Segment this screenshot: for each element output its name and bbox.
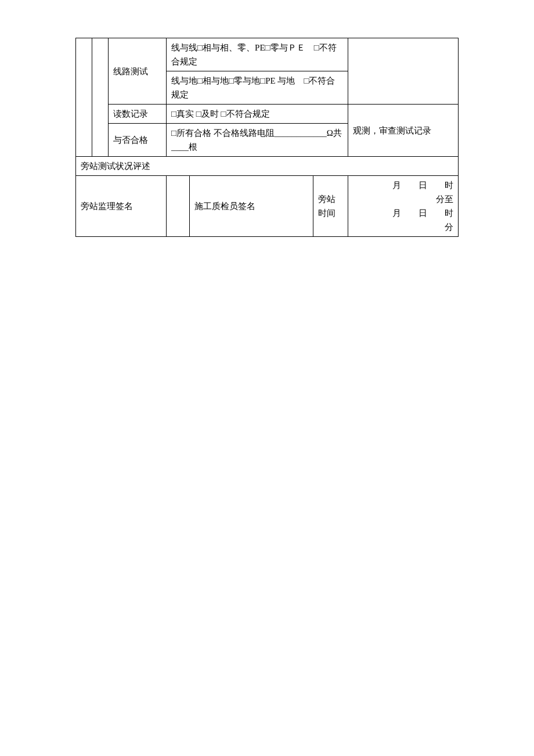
row-content: 观测，审查测试记录	[348, 105, 459, 157]
signature-cell: 施工质检员签名	[190, 176, 313, 237]
blank-cell	[92, 38, 109, 157]
table-row: 旁站监理签名 施工质检员签名 旁站 时间 月 日 时 分至 月 日 时 分	[76, 176, 459, 237]
table-row: 读数记录 □真实 □及时 □不符合规定 观测，审查测试记录	[76, 105, 459, 124]
blank-cell	[167, 176, 190, 237]
signature-cell: 旁站监理签名	[76, 176, 167, 237]
blank-cell	[76, 38, 92, 157]
time-label-bottom: 时间	[318, 208, 335, 218]
table-row: 旁站测试状况评述	[76, 157, 459, 176]
time-value-cell: 月 日 时 分至 月 日 时 分	[348, 176, 459, 237]
row-content: 线与地□相与地□零与地□PE 与地 □不符合规定	[167, 71, 348, 105]
time-label-top: 旁站	[318, 195, 335, 204]
time-label-cell: 旁站 时间	[313, 176, 348, 237]
inspection-form-table: 线路测试 线与线□相与相、零、PE□零与ＰＥ □不符合规定 线与地□相与地□零与…	[75, 38, 459, 237]
row-content: 线与线□相与相、零、PE□零与ＰＥ □不符合规定	[167, 38, 348, 71]
time-line-2: 月 日 时 分	[366, 208, 479, 232]
row-label: 读数记录	[109, 105, 167, 124]
row-label: 与否合格	[109, 124, 167, 157]
blank-cell	[348, 38, 459, 105]
row-label: 旁站测试状况评述	[76, 157, 459, 176]
row-content: □真实 □及时 □不符合规定	[167, 105, 348, 124]
row-label: 线路测试	[109, 38, 167, 105]
table-row: 线路测试 线与线□相与相、零、PE□零与ＰＥ □不符合规定	[76, 38, 459, 71]
row-content: □所有合格 不合格线路电阻____________Ω共____根	[167, 124, 348, 157]
time-line-1: 月 日 时 分至	[375, 181, 471, 204]
